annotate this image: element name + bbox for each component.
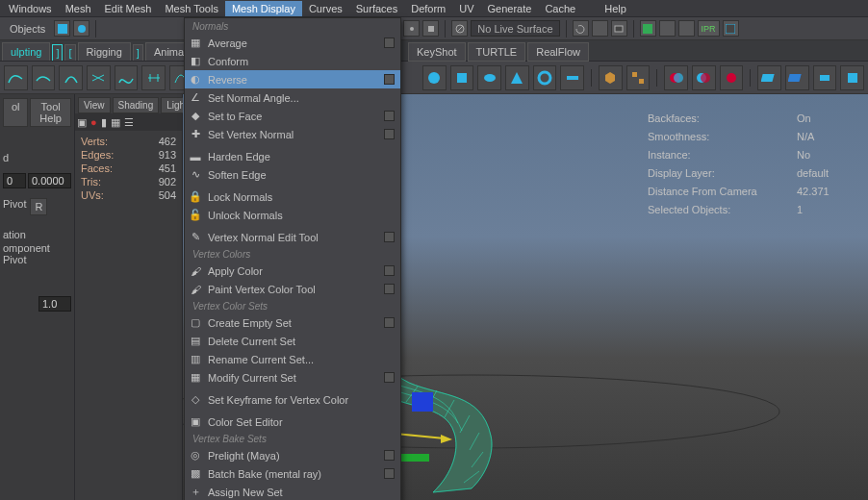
film-icon[interactable] (611, 20, 627, 37)
tab-rigging[interactable]: Rigging (78, 42, 131, 61)
menu-mesh[interactable]: Mesh (59, 1, 98, 16)
svg-point-22 (727, 73, 736, 83)
num-input[interactable] (38, 296, 71, 312)
menu-edit-mesh[interactable]: Edit Mesh (98, 1, 159, 16)
shelf-curve-icon[interactable] (141, 65, 166, 90)
snap-icon[interactable] (422, 20, 439, 37)
shelf-curve-icon[interactable] (115, 65, 139, 90)
shelf-bool-icon[interactable] (720, 65, 744, 90)
no-live-icon[interactable] (451, 20, 468, 37)
menu-rename-current-set[interactable]: ▥Rename Current Set... (185, 350, 400, 368)
menu-help[interactable]: Help (598, 1, 633, 16)
shelf-curve-icon[interactable] (32, 65, 56, 90)
bracket-icon: [ (64, 44, 75, 61)
panel-icon[interactable]: ▦ (111, 116, 120, 129)
render-settings-icon[interactable] (723, 20, 739, 37)
tool-button[interactable]: ol (3, 98, 28, 127)
shelf-curve-icon[interactable] (4, 65, 28, 90)
menu-paint-vertex-color[interactable]: 🖌Paint Vertex Color Tool (185, 280, 400, 298)
panel-icon[interactable]: ● (90, 116, 97, 128)
option-box[interactable] (384, 450, 395, 461)
shelf-prim-icon[interactable] (505, 65, 529, 90)
option-box[interactable] (384, 111, 395, 121)
menu-lock-normals[interactable]: 🔒Lock Normals (185, 188, 400, 206)
menu-batch-bake[interactable]: ▩Batch Bake (mental ray) (185, 464, 400, 483)
menu-deform[interactable]: Deform (404, 1, 452, 16)
menu-set-keyframe-vcolor[interactable]: ◇Set Keyframe for Vertex Color (185, 390, 400, 409)
option-box[interactable] (384, 38, 395, 48)
render-icon[interactable] (659, 20, 676, 37)
shelf-poly-icon[interactable] (813, 65, 837, 90)
live-surface-combo[interactable]: No Live Surface (471, 20, 559, 37)
shelf-bool-icon[interactable] (692, 65, 716, 90)
shelf-cube-icon[interactable] (599, 65, 623, 90)
menu-average[interactable]: ▦Average (185, 34, 400, 52)
menu-apply-color[interactable]: 🖌Apply Color (185, 262, 400, 280)
panel-menu-shading[interactable]: Shading (113, 97, 160, 113)
tab-sculpting[interactable]: ulpting (2, 42, 50, 61)
option-box[interactable] (384, 232, 395, 242)
shelf-cubes-icon[interactable] (626, 65, 651, 90)
shelf-curve-icon[interactable] (59, 65, 83, 90)
render-icon[interactable] (678, 20, 695, 37)
shelf-prim-icon[interactable] (533, 65, 557, 90)
menu-modify-current-set[interactable]: ▦Modify Current Set (185, 368, 400, 387)
snap-icon[interactable] (403, 20, 420, 37)
num-input[interactable] (3, 173, 26, 188)
menu-harden-edge[interactable]: ▬Harden Edge (185, 147, 400, 165)
shelf-poly-icon[interactable] (840, 65, 864, 90)
panel-icon[interactable]: ☰ (124, 116, 134, 129)
tab-keyshot[interactable]: KeyShot (408, 42, 466, 62)
option-box[interactable] (384, 284, 395, 294)
menu-uv[interactable]: UV (452, 1, 480, 16)
shelf-curve-icon[interactable] (87, 65, 111, 90)
menu-set-normal-angle[interactable]: ∠Set Normal Angle... (185, 88, 400, 107)
option-box[interactable] (384, 265, 395, 276)
menu-color-set-editor[interactable]: ▣Color Set Editor (185, 412, 400, 431)
render-icon[interactable] (640, 20, 656, 37)
panel-menu-view[interactable]: View (78, 97, 111, 113)
shelf-prim-icon[interactable] (450, 65, 474, 90)
panel-icon[interactable]: ▮ (101, 116, 107, 129)
tool-icon[interactable] (73, 20, 89, 37)
history-icon[interactable] (573, 20, 589, 37)
menu-reverse[interactable]: ◐Reverse (185, 70, 400, 88)
option-box[interactable] (384, 468, 395, 479)
num-input[interactable] (28, 173, 71, 188)
menu-set-vertex-normal[interactable]: ✚Set Vertex Normal (185, 125, 400, 143)
menu-surfaces[interactable]: Surfaces (349, 1, 404, 16)
shelf-prim-icon[interactable] (560, 65, 584, 90)
menu-delete-current-set[interactable]: ▤Delete Current Set (185, 332, 400, 350)
menu-mesh-display[interactable]: Mesh Display (225, 1, 302, 16)
menu-curves[interactable]: Curves (302, 1, 349, 16)
shelf-poly-icon[interactable] (757, 65, 781, 90)
menu-unlock-normals[interactable]: 🔓Unlock Normals (185, 206, 400, 224)
menu-cache[interactable]: Cache (538, 1, 582, 16)
menu-conform[interactable]: ◧Conform (185, 52, 400, 70)
toolhelp-button[interactable]: Tool Help (30, 98, 71, 127)
option-box[interactable] (384, 129, 395, 139)
panel-icon[interactable]: ▣ (77, 116, 87, 129)
shelf-prim-icon[interactable] (422, 65, 447, 90)
tool-icon[interactable] (54, 20, 70, 37)
menu-set-to-face[interactable]: ◆Set to Face (185, 107, 400, 125)
ipr-icon[interactable]: IPR (698, 20, 720, 37)
tab-realflow[interactable]: RealFlow (527, 42, 589, 62)
menu-soften-edge[interactable]: ∿Soften Edge (185, 165, 400, 184)
menu-generate[interactable]: Generate (481, 1, 539, 16)
shelf-bool-icon[interactable] (664, 65, 688, 90)
menu-mesh-tools[interactable]: Mesh Tools (158, 1, 224, 16)
menu-prelight-maya[interactable]: ◎Prelight (Maya) (185, 446, 400, 464)
pivot-r-button[interactable]: R (30, 198, 47, 215)
option-box[interactable] (384, 317, 395, 328)
menu-assign-new-set[interactable]: ＋Assign New Set (185, 483, 400, 500)
tab-turtle[interactable]: TURTLE (468, 42, 526, 62)
shelf-poly-icon[interactable] (785, 65, 809, 90)
option-box[interactable] (384, 74, 395, 85)
history-icon[interactable] (592, 20, 608, 37)
menu-create-empty-set[interactable]: ▢Create Empty Set (185, 313, 400, 332)
menu-windows[interactable]: Windows (2, 1, 59, 16)
shelf-prim-icon[interactable] (477, 65, 501, 90)
option-box[interactable] (384, 372, 395, 383)
menu-vertex-normal-tool[interactable]: ✎Vertex Normal Edit Tool (185, 228, 400, 246)
